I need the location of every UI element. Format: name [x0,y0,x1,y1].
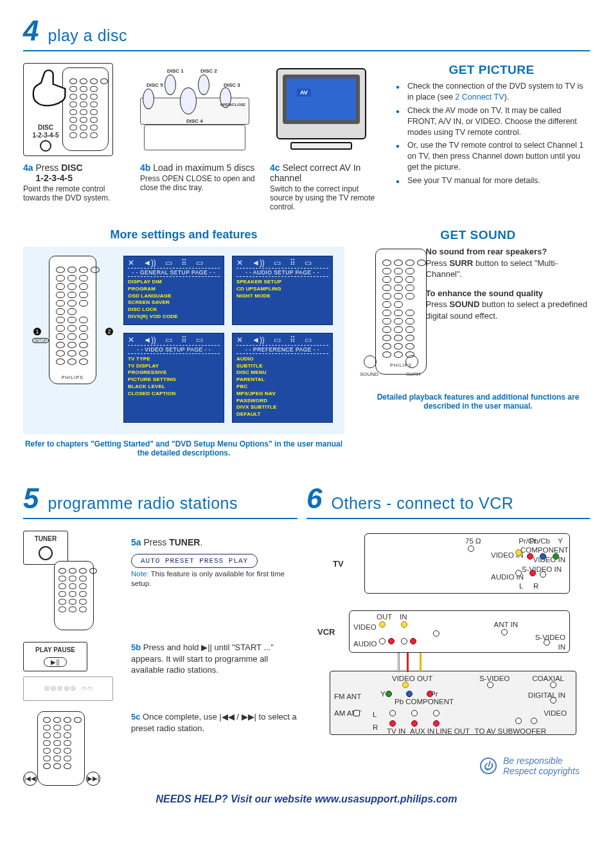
front-panel-diagram: ⓞ ⓞ ⓞ ⓞ ⓞ ⬭ ⬭ [23,677,113,701]
help-footer: NEEDS HELP? Visit our website www.usasup… [23,793,590,805]
get-picture-item: Check the AV mode on TV. It may be calle… [393,105,590,138]
disc-button-callout: DISC 1-2-3-4-5 [26,124,65,152]
settings-title: More settings and features [23,228,344,242]
get-sound-footnote: Detailed playback features and additiona… [366,393,590,411]
step-4a-note: Point the remote control towards the DVD… [23,184,126,202]
step-4a: DISC 1-2-3-4-5 4a Press DISC 1-2-3-4-5 P… [23,63,126,202]
get-picture-title: GET PICTURE [393,63,590,77]
section6-number: 6 [306,484,322,513]
brand-label: PHILIPS [49,375,96,380]
section6: 6 Others - connect to VCR TV 75 Ω Pr/Cr … [306,474,590,788]
get-sound-text: No sound from rear speakers? Press SURR … [426,246,590,321]
disc-3-label: DISC 3 [224,82,240,88]
settings-and-sound: More settings and features [23,215,590,457]
surr-button-icon [405,355,418,368]
tuner-label: TUNER [35,535,57,542]
copyright-notice: ⏻ Be responsible Respect copyrights [323,756,580,776]
step-5a: 5a Press TUNER. AUTO PRESET PRESS PLAY N… [131,531,298,589]
section5: 5 programme radio stations TUNER [23,474,306,788]
settings-box: PHILIPS 1 2 SETUP ✕◄))▭⠿▭ - - GENERAL SE… [23,247,344,434]
sound-label: SOUND [360,371,378,377]
av-badge: AV [297,89,311,96]
disc-4-label: DISC 4 [186,118,203,124]
step-4c-heading: 4c Select correct AV In channel [270,163,379,183]
vcr-diagram: TV 75 Ω Pr/Cr Pb/Cb Y COMPONENT VIDEO IN… [323,533,585,752]
step-5c: 5c Once complete, use |◀◀ / ▶▶| to selec… [131,711,298,734]
vcr-unit-label: VCR [317,626,335,636]
vcr-diagram-wrap: TV 75 Ω Pr/Cr Pb/Cb Y COMPONENT VIDEO IN… [306,531,590,776]
pointing-hand-icon [28,66,73,111]
connect-tv-link[interactable]: 2 Connect TV [455,93,504,102]
get-picture-item: Check the connection of the DVD system t… [393,81,590,103]
lcd-readout: AUTO PRESET PRESS PLAY [131,554,258,568]
step-5b: 5b Press and hold ▶|| until "START ..." … [131,642,298,676]
brand-label: PHILIPS [376,363,426,368]
surr-label: SURR [406,371,421,377]
osd-menu-video: ✕◄))▭⠿▭ - - VIDEO SETUP PAGE - - TV TYPE… [123,333,224,423]
gs-q1-head: No sound from rear speakers? [426,246,590,258]
tv-diagram: AV [270,63,373,156]
sound-button-icon [364,355,377,368]
get-picture-item: Or, use the TV remote control to select … [393,140,590,173]
open-close-label: OPEN/CLOSE [220,103,245,107]
section4-body: DISC 1-2-3-4-5 4a Press DISC 1-2-3-4-5 P… [23,63,590,211]
setup-remote-diagram: PHILIPS 1 2 SETUP [35,256,112,384]
lower-half: 5 programme radio stations TUNER [23,474,590,788]
section5-number: 5 [23,484,39,513]
step-4b-note: Press OPEN CLOSE to open and close the d… [140,174,256,192]
step-4c-note: Switch to the correct input source by us… [270,184,379,211]
settings-block: More settings and features [23,228,344,457]
osd-menus: ✕◄))▭⠿▭ - - GENERAL SETUP PAGE - - DISPL… [123,256,333,423]
get-picture-list: Check the connection of the DVD system t… [393,81,590,186]
section4-title: play a disc [48,26,127,45]
next-track-icon: ▶▶| [86,772,100,786]
sound-remote-diagram: PHILIPS SOUND SURR [366,246,416,381]
disc-2-label: DISC 2 [200,68,217,74]
setup-key-label: SETUP [32,338,49,343]
disc-label-l1: DISC [38,124,53,131]
section4-heading: 4 play a disc [23,17,590,45]
get-sound-block: GET SOUND [366,228,590,411]
step-4c: AV 4c Select correct AV In channel Switc… [270,63,379,211]
osd-menu-audio: ✕◄))▭⠿▭ - - AUDIO SETUP PAGE - - SPEAKER… [232,256,333,325]
gs-q1-body: Press SURR button to select "Multi-Chann… [426,258,590,280]
step-4b: DISC 1 DISC 2 DISC 3 DISC 4 DISC 5 OPEN/… [140,63,256,192]
section6-title: Others - connect to VCR [331,494,513,513]
playpause-label: PLAY PAUSE [35,646,75,653]
copyright-line1: Be responsible [503,756,563,766]
playpause-callout: PLAY PAUSE ▶|| ⓞ ⓞ ⓞ ⓞ ⓞ ⬭ ⬭ [23,642,120,701]
step-4b-heading: 4b Load in maximum 5 discs [140,163,256,173]
disc-button-icon [40,140,51,152]
skip-remote-diagram: |◀◀ ▶▶| [23,711,120,788]
gs-q2-body: Press SOUND button to select a predefine… [426,299,590,321]
tuner-button-icon [39,546,53,560]
section4-number: 4 [23,17,39,45]
playpause-icon: ▶|| [44,657,66,667]
disc-5-label: DISC 5 [147,82,163,88]
gs-q2-head: To enhance the sound quality [426,288,590,299]
page: 4 play a disc [0,0,613,823]
prev-track-icon: |◀◀ [23,772,37,786]
disc-label-l2: 1-2-3-4-5 [32,132,58,139]
power-icon: ⏻ [480,757,497,774]
callout-2: 2 [105,328,113,335]
remote-diagram-4a: DISC 1-2-3-4-5 [23,63,113,156]
hr [23,50,590,51]
copyright-line2: Respect copyrights [503,766,580,776]
osd-menu-preference: ✕◄))▭⠿▭ - - PREFERENCE PAGE - - AUDIO SU… [232,333,333,423]
disc-1-label: DISC 1 [167,68,184,74]
section5-body: TUNER [23,531,298,788]
tuner-callout: TUNER [23,531,120,632]
settings-footnote: Refer to chapters "Getting Started" and … [23,439,344,457]
step-4a-heading: 4a Press DISC 1-2-3-4-5 [23,163,126,183]
step-5a-note: Note: This feature is only available for… [131,569,298,589]
get-picture-item: See your TV manual for more details. [393,175,590,186]
callout-1: 1 [33,328,41,335]
tv-unit-label: TV [333,558,344,568]
get-sound-title: GET SOUND [366,228,590,242]
disc-tray-diagram: DISC 1 DISC 2 DISC 3 DISC 4 DISC 5 OPEN/… [140,63,249,156]
section5-title: programme radio stations [48,494,237,513]
osd-menu-general: ✕◄))▭⠿▭ - - GENERAL SETUP PAGE - - DISPL… [123,256,224,325]
get-picture-box: GET PICTURE Check the connection of the … [393,63,590,189]
